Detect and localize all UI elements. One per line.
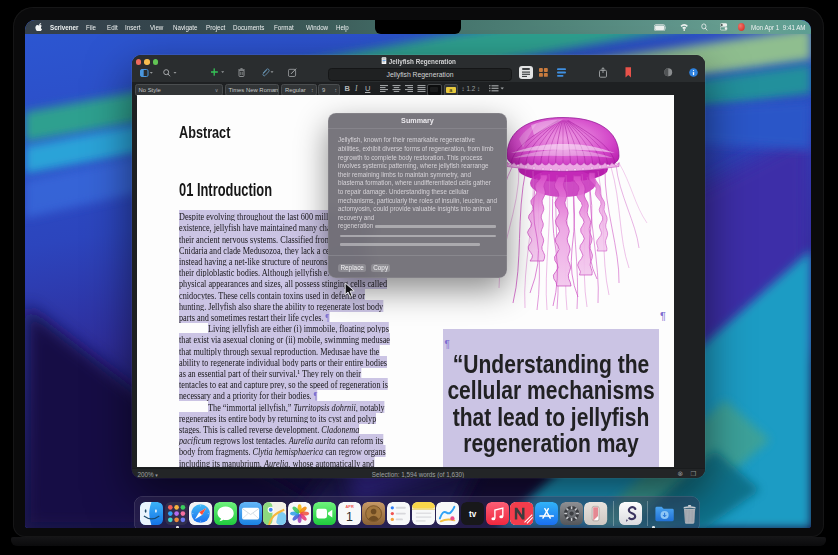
svg-text:tv: tv xyxy=(469,510,477,519)
svg-text:1: 1 xyxy=(346,510,353,524)
svg-text:APR: APR xyxy=(345,506,353,510)
